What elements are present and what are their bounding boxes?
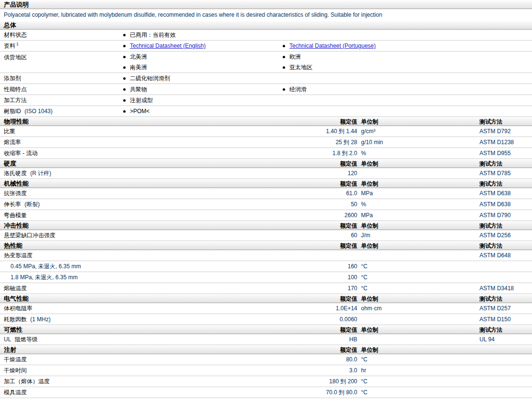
property-label: 加工（熔体）温度: [4, 378, 50, 385]
property-method: ASTM D648: [479, 252, 532, 259]
property-method: ASTM D790: [479, 212, 532, 219]
section-header-electrical: 电气性能 额定值 单位制 测试方法: [0, 294, 532, 303]
bullet-icon: [123, 45, 126, 47]
bullet-icon: [123, 99, 126, 102]
bullet-icon: [123, 56, 126, 58]
row-hdt-045mpa: 0.45 MPa, 未退火, 6.35 mm 160 °C: [0, 261, 532, 272]
property-method: ASTM D3418: [479, 285, 532, 292]
property-value: 0.0060: [296, 316, 357, 323]
property-label-condition: (1 MHz): [30, 316, 51, 323]
technical-datasheet-portuguese-link[interactable]: Technical Datasheet (Portuguese): [289, 42, 376, 49]
section-header-injection: 注射 额定值 单位制: [0, 345, 532, 354]
row-mold-temperature: 模具温度 70.0 到 80.0 °C: [0, 387, 532, 398]
property-value: 120: [296, 170, 357, 177]
footnote-marker: 1: [16, 42, 19, 46]
row-label: 添加剂: [0, 74, 119, 83]
row-availability: 供货地区 北美洲 南美洲 欧洲 亚太地区: [0, 52, 532, 73]
property-unit: MPa: [357, 212, 479, 219]
property-method: ASTM D955: [479, 150, 532, 157]
property-label: 熔流率: [4, 139, 21, 146]
section-header-flammability: 可燃性 额定值 单位制 测试方法: [0, 325, 532, 334]
property-label: 熔融温度: [4, 285, 27, 292]
property-label: 模具温度: [4, 389, 27, 396]
row-label: 树脂ID: [4, 108, 21, 115]
property-value: 70.0 到 80.0: [296, 389, 357, 397]
column-header-method: 测试方法: [479, 242, 532, 250]
bullet-icon: [123, 34, 126, 36]
property-unit: °C: [357, 285, 479, 292]
property-label: 干燥温度: [4, 356, 27, 363]
page-title: 产品说明: [0, 0, 296, 9]
column-header-method: 测试方法: [479, 295, 532, 303]
column-header-unit: 单位制: [357, 295, 479, 303]
column-header-value: 额定值: [296, 180, 357, 188]
section-title-thermal: 热性能: [0, 242, 296, 250]
property-unit: MPa: [357, 190, 479, 197]
row-drying-temperature: 干燥温度 80.0 °C: [0, 354, 532, 365]
property-label: 干燥时间: [4, 367, 27, 374]
property-label: 体积电阻率: [4, 305, 32, 312]
property-unit: °C: [357, 263, 479, 270]
section-title-injection: 注射: [0, 346, 296, 354]
bullet-icon: [123, 77, 126, 80]
row-notched-izod: 悬壁梁缺口冲击强度 60 J/m ASTM D256: [0, 230, 532, 241]
bullet-icon: [283, 88, 285, 91]
property-label: 耗散因数: [4, 316, 27, 323]
property-unit: °C: [357, 378, 479, 385]
property-method: ASTM D150: [479, 316, 532, 323]
property-unit: ohm·cm: [357, 305, 479, 312]
bullet-icon: [123, 66, 126, 69]
column-header-unit: 单位制: [357, 118, 479, 126]
row-elongation-break: 伸长率 (断裂) 50 % ASTM D638: [0, 199, 532, 210]
region-item: 欧洲: [289, 53, 301, 61]
column-header-unit: 单位制: [357, 160, 479, 168]
property-value: 3.0: [296, 367, 357, 374]
row-hdt-18mpa: 1.8 MPa, 未退火, 6.35 mm 100 °C: [0, 272, 532, 283]
column-header-value: 额定值: [296, 326, 357, 334]
section-title-flammability: 可燃性: [0, 326, 296, 334]
row-heat-deflection-temperature: 热变形温度 ASTM D648: [0, 250, 532, 261]
row-processing-melt-temperature: 加工（熔体）温度 180 到 200 °C: [0, 376, 532, 387]
property-value: 2600: [296, 212, 357, 219]
bullet-icon: [283, 45, 285, 47]
property-unit: g/cm³: [357, 128, 479, 135]
section-header-product-description: 产品说明: [0, 0, 532, 9]
property-unit: %: [357, 150, 479, 157]
section-title-physical: 物理性能: [0, 117, 296, 126]
row-documents: 资料1 Technical Datasheet (English) Techni…: [0, 41, 532, 52]
row-label: 加工方法: [0, 96, 119, 105]
section-title-impact: 冲击性能: [0, 221, 296, 230]
row-volume-resistivity: 体积电阻率 1.0E+14 ohm·cm ASTM D257: [0, 303, 532, 314]
property-value: 80.0: [296, 356, 357, 363]
property-unit: hr: [357, 367, 479, 374]
row-tensile-strength: 抗张强度 61.0 MPa ASTM D638: [0, 188, 532, 199]
column-header-method: 测试方法: [479, 326, 532, 334]
column-header-value: 额定值: [296, 346, 357, 354]
property-method: ASTM D257: [479, 305, 532, 312]
property-unit: °C: [357, 389, 479, 396]
property-unit: g/10 min: [357, 139, 479, 146]
row-additive: 添加剂 二硫化钼润滑剂: [0, 73, 532, 84]
bullet-icon: [283, 66, 285, 69]
property-label: 热变形温度: [4, 252, 32, 259]
row-label: 材料状态: [0, 31, 119, 39]
column-header-method: 测试方法: [479, 222, 532, 230]
property-value: 1.0E+14: [296, 305, 357, 312]
column-header-unit: 单位制: [357, 346, 479, 354]
column-header-value: 额定值: [296, 118, 357, 126]
property-label: 弯曲模量: [4, 212, 27, 219]
property-value: 170: [296, 285, 357, 292]
property-label: 伸长率: [4, 201, 21, 208]
property-value: 50: [296, 201, 357, 208]
property-label: 收缩率 - 流动: [4, 150, 38, 157]
property-label: 洛氏硬度: [4, 170, 27, 177]
technical-datasheet-english-link[interactable]: Technical Datasheet (English): [130, 42, 206, 49]
row-value: 注射成型: [130, 96, 153, 105]
row-features: 性能特点 共聚物 经润滑: [0, 84, 532, 95]
row-flexural-modulus: 弯曲模量 2600 MPa ASTM D790: [0, 210, 532, 221]
row-melt-flow: 熔流率 25 到 28 g/10 min ASTM D1238: [0, 137, 532, 148]
property-value: 25 到 28: [296, 138, 357, 147]
bullet-icon: [123, 88, 126, 91]
column-header-method: 测试方法: [479, 118, 532, 126]
row-ul-flame-rating: UL 阻燃等级 HB UL 94: [0, 334, 532, 345]
